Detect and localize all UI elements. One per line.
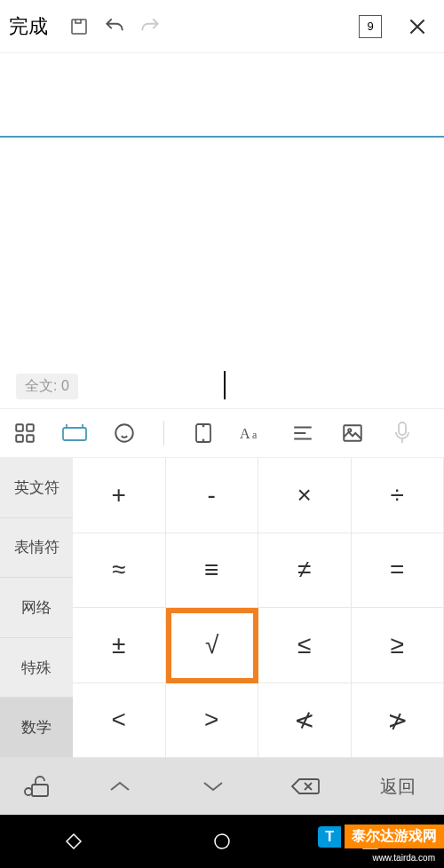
watermark-url: www.tairda.com: [372, 853, 435, 863]
category-item-0[interactable]: 英文符: [0, 458, 73, 518]
svg-rect-1: [16, 424, 23, 431]
symbol-key-0[interactable]: +: [73, 458, 166, 533]
fullscreen-icon[interactable]: [189, 419, 218, 447]
text-cursor: [224, 371, 226, 399]
svg-rect-4: [27, 435, 34, 442]
top-bar: 完成 9: [0, 0, 444, 53]
symbol-key-6[interactable]: ≠: [258, 533, 352, 609]
content-header[interactable]: [0, 53, 444, 138]
svg-rect-0: [72, 20, 86, 34]
keyboard-bottom-row: 返回: [0, 758, 444, 815]
done-button[interactable]: 完成: [9, 13, 48, 40]
svg-point-9: [203, 440, 204, 441]
svg-rect-2: [27, 424, 34, 431]
svg-rect-5: [63, 428, 86, 440]
font-icon[interactable]: Aa: [239, 419, 267, 447]
close-icon[interactable]: [400, 9, 435, 44]
redo-icon: [132, 9, 168, 44]
category-item-3[interactable]: 特殊: [0, 638, 73, 698]
category-item-1[interactable]: 表情符: [0, 518, 73, 579]
chevron-down-icon[interactable]: [167, 758, 259, 815]
backspace-icon[interactable]: [259, 758, 352, 815]
mic-icon[interactable]: [388, 419, 416, 447]
symbol-key-7[interactable]: =: [352, 533, 445, 609]
word-count-badge: 全文: 0: [16, 374, 78, 399]
symbol-key-14[interactable]: ≮: [258, 683, 352, 759]
symbol-key-5[interactable]: ≡: [166, 533, 259, 609]
symbol-key-13[interactable]: >: [166, 683, 259, 759]
svg-point-6: [115, 424, 133, 442]
symbol-key-2[interactable]: ×: [258, 458, 352, 533]
emoji-icon[interactable]: [110, 419, 139, 447]
save-icon[interactable]: [61, 9, 97, 44]
svg-point-13: [348, 429, 351, 431]
symbol-key-15[interactable]: ≯: [352, 683, 445, 759]
svg-text:A: A: [240, 426, 250, 441]
symbol-key-11[interactable]: ≥: [352, 608, 445, 683]
symbol-key-9[interactable]: √: [166, 608, 259, 683]
svg-rect-3: [16, 435, 23, 442]
watermark-badge1: T: [318, 826, 341, 848]
toolbar-divider: [163, 421, 164, 446]
symbol-key-8[interactable]: ±: [73, 608, 166, 683]
symbol-key-3[interactable]: ÷: [352, 458, 445, 533]
undo-icon[interactable]: [97, 9, 132, 44]
content-main[interactable]: 全文: 0: [0, 138, 444, 408]
watermark: T 泰尔达游戏网: [318, 825, 444, 848]
page-number-badge[interactable]: 9: [359, 15, 382, 38]
format-toolbar: Aa: [0, 408, 444, 458]
symbol-key-1[interactable]: -: [166, 458, 259, 533]
return-button[interactable]: 返回: [352, 758, 444, 815]
symbol-key-12[interactable]: <: [73, 683, 166, 759]
nav-home-icon[interactable]: [204, 824, 240, 859]
svg-rect-14: [399, 422, 406, 435]
category-item-2[interactable]: 网络: [0, 578, 73, 638]
lock-icon[interactable]: [0, 758, 74, 815]
keyboard-icon[interactable]: [60, 419, 89, 447]
apps-icon[interactable]: [11, 419, 39, 447]
symbol-key-10[interactable]: ≤: [258, 608, 352, 683]
nav-back-icon[interactable]: [56, 824, 91, 859]
svg-point-17: [215, 834, 229, 848]
image-icon[interactable]: [338, 419, 367, 447]
svg-point-8: [203, 426, 204, 427]
svg-text:a: a: [252, 429, 258, 441]
chevron-up-icon[interactable]: [74, 758, 166, 815]
svg-rect-12: [344, 425, 361, 440]
symbol-grid: +-×÷≈≡≠=±√≤≥<>≮≯: [73, 458, 444, 758]
symbol-key-4[interactable]: ≈: [73, 533, 166, 609]
category-item-4[interactable]: 数学: [0, 698, 73, 758]
align-icon[interactable]: [289, 419, 317, 447]
svg-rect-15: [32, 785, 48, 796]
symbol-keyboard: 英文符表情符网络特殊数学 +-×÷≈≡≠=±√≤≥<>≮≯: [0, 458, 444, 758]
watermark-badge2: 泰尔达游戏网: [345, 825, 444, 848]
category-list: 英文符表情符网络特殊数学: [0, 458, 73, 758]
svg-point-16: [25, 788, 32, 795]
